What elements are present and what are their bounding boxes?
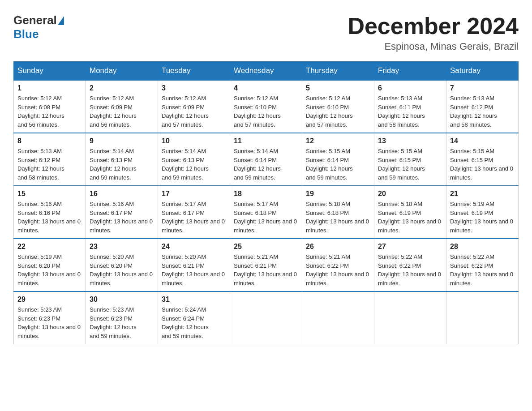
day-number: 23	[90, 243, 154, 251]
calendar-cell: 26Sunrise: 5:21 AMSunset: 6:22 PMDayligh…	[302, 239, 374, 291]
weekday-header-row: SundayMondayTuesdayWednesdayThursdayFrid…	[14, 62, 519, 81]
calendar-cell: 7Sunrise: 5:13 AMSunset: 6:12 PMDaylight…	[446, 80, 519, 133]
calendar-cell: 24Sunrise: 5:20 AMSunset: 6:21 PMDayligh…	[158, 239, 230, 291]
month-year-title: December 2024	[348, 13, 519, 39]
day-info: Sunrise: 5:22 AMSunset: 6:22 PMDaylight:…	[378, 253, 442, 287]
day-number: 30	[90, 295, 154, 304]
day-info: Sunrise: 5:19 AMSunset: 6:20 PMDaylight:…	[17, 253, 82, 287]
day-number: 7	[450, 84, 515, 92]
day-info: Sunrise: 5:14 AMSunset: 6:13 PMDaylight:…	[90, 147, 154, 182]
day-number: 21	[450, 190, 515, 198]
calendar-cell: 8Sunrise: 5:13 AMSunset: 6:12 PMDaylight…	[14, 133, 86, 186]
day-number: 20	[378, 190, 442, 198]
calendar-cell: 16Sunrise: 5:16 AMSunset: 6:17 PMDayligh…	[86, 186, 158, 239]
calendar-week-row: 8Sunrise: 5:13 AMSunset: 6:12 PMDaylight…	[14, 133, 519, 186]
calendar-cell: 19Sunrise: 5:18 AMSunset: 6:18 PMDayligh…	[302, 186, 374, 239]
weekday-header-saturday: Saturday	[446, 62, 519, 81]
day-number: 6	[378, 84, 442, 92]
day-info: Sunrise: 5:21 AMSunset: 6:21 PMDaylight:…	[234, 253, 298, 287]
calendar-cell: 14Sunrise: 5:15 AMSunset: 6:15 PMDayligh…	[446, 133, 519, 186]
location-subtitle: Espinosa, Minas Gerais, Brazil	[348, 41, 519, 52]
day-info: Sunrise: 5:12 AMSunset: 6:10 PMDaylight:…	[306, 94, 370, 129]
calendar-cell: 31Sunrise: 5:24 AMSunset: 6:24 PMDayligh…	[158, 291, 230, 344]
calendar-cell: 1Sunrise: 5:12 AMSunset: 6:08 PMDaylight…	[14, 80, 86, 133]
day-info: Sunrise: 5:23 AMSunset: 6:23 PMDaylight:…	[90, 305, 154, 340]
day-number: 8	[17, 137, 82, 145]
day-info: Sunrise: 5:23 AMSunset: 6:23 PMDaylight:…	[17, 305, 82, 340]
day-number: 29	[17, 295, 82, 304]
day-info: Sunrise: 5:13 AMSunset: 6:12 PMDaylight:…	[450, 94, 515, 129]
calendar-cell: 5Sunrise: 5:12 AMSunset: 6:10 PMDaylight…	[302, 80, 374, 133]
logo-general-text: General	[13, 13, 57, 27]
day-info: Sunrise: 5:12 AMSunset: 6:09 PMDaylight:…	[162, 94, 226, 129]
day-info: Sunrise: 5:14 AMSunset: 6:14 PMDaylight:…	[234, 147, 298, 182]
calendar-cell: 13Sunrise: 5:15 AMSunset: 6:15 PMDayligh…	[374, 133, 446, 186]
day-number: 5	[306, 84, 370, 92]
logo-blue-text: Blue	[13, 27, 39, 41]
day-number: 27	[378, 243, 442, 251]
day-number: 1	[17, 84, 82, 92]
calendar-cell: 22Sunrise: 5:19 AMSunset: 6:20 PMDayligh…	[14, 239, 86, 291]
calendar-cell: 28Sunrise: 5:22 AMSunset: 6:22 PMDayligh…	[446, 239, 519, 291]
day-info: Sunrise: 5:20 AMSunset: 6:21 PMDaylight:…	[162, 253, 226, 287]
calendar-week-row: 15Sunrise: 5:16 AMSunset: 6:16 PMDayligh…	[14, 186, 519, 239]
calendar-cell: 9Sunrise: 5:14 AMSunset: 6:13 PMDaylight…	[86, 133, 158, 186]
weekday-header-friday: Friday	[374, 62, 446, 81]
day-info: Sunrise: 5:12 AMSunset: 6:09 PMDaylight:…	[90, 94, 154, 129]
calendar-cell: 11Sunrise: 5:14 AMSunset: 6:14 PMDayligh…	[230, 133, 302, 186]
day-number: 9	[90, 137, 154, 145]
calendar-cell: 17Sunrise: 5:17 AMSunset: 6:17 PMDayligh…	[158, 186, 230, 239]
day-info: Sunrise: 5:15 AMSunset: 6:15 PMDaylight:…	[378, 147, 442, 182]
day-info: Sunrise: 5:13 AMSunset: 6:12 PMDaylight:…	[17, 147, 82, 182]
calendar-week-row: 29Sunrise: 5:23 AMSunset: 6:23 PMDayligh…	[14, 291, 519, 344]
calendar-cell: 21Sunrise: 5:19 AMSunset: 6:19 PMDayligh…	[446, 186, 519, 239]
logo-triangle-icon	[58, 16, 64, 25]
day-info: Sunrise: 5:17 AMSunset: 6:18 PMDaylight:…	[234, 200, 298, 235]
day-info: Sunrise: 5:18 AMSunset: 6:18 PMDaylight:…	[306, 200, 370, 235]
day-info: Sunrise: 5:20 AMSunset: 6:20 PMDaylight:…	[90, 253, 154, 287]
calendar-table: SundayMondayTuesdayWednesdayThursdayFrid…	[13, 61, 519, 344]
day-info: Sunrise: 5:22 AMSunset: 6:22 PMDaylight:…	[450, 253, 515, 287]
page-header: General Blue December 2024 Espinosa, Min…	[13, 13, 519, 52]
weekday-header-tuesday: Tuesday	[158, 62, 230, 81]
day-info: Sunrise: 5:21 AMSunset: 6:22 PMDaylight:…	[306, 253, 370, 287]
calendar-cell: 6Sunrise: 5:13 AMSunset: 6:11 PMDaylight…	[374, 80, 446, 133]
day-info: Sunrise: 5:16 AMSunset: 6:16 PMDaylight:…	[17, 200, 82, 235]
day-number: 14	[450, 137, 515, 145]
calendar-week-row: 22Sunrise: 5:19 AMSunset: 6:20 PMDayligh…	[14, 239, 519, 291]
day-number: 28	[450, 243, 515, 251]
calendar-cell	[230, 291, 302, 344]
day-info: Sunrise: 5:19 AMSunset: 6:19 PMDaylight:…	[450, 200, 515, 235]
day-number: 15	[17, 190, 82, 198]
calendar-cell: 29Sunrise: 5:23 AMSunset: 6:23 PMDayligh…	[14, 291, 86, 344]
weekday-header-thursday: Thursday	[302, 62, 374, 81]
day-number: 4	[234, 84, 298, 92]
day-info: Sunrise: 5:15 AMSunset: 6:15 PMDaylight:…	[450, 147, 515, 182]
day-info: Sunrise: 5:16 AMSunset: 6:17 PMDaylight:…	[90, 200, 154, 235]
calendar-cell: 10Sunrise: 5:14 AMSunset: 6:13 PMDayligh…	[158, 133, 230, 186]
day-info: Sunrise: 5:17 AMSunset: 6:17 PMDaylight:…	[162, 200, 226, 235]
day-info: Sunrise: 5:13 AMSunset: 6:11 PMDaylight:…	[378, 94, 442, 129]
day-number: 16	[90, 190, 154, 198]
title-area: December 2024 Espinosa, Minas Gerais, Br…	[348, 13, 519, 52]
day-number: 12	[306, 137, 370, 145]
day-number: 31	[162, 295, 226, 304]
day-info: Sunrise: 5:12 AMSunset: 6:10 PMDaylight:…	[234, 94, 298, 129]
calendar-cell: 27Sunrise: 5:22 AMSunset: 6:22 PMDayligh…	[374, 239, 446, 291]
day-number: 13	[378, 137, 442, 145]
logo: General Blue	[13, 13, 65, 41]
day-number: 18	[234, 190, 298, 198]
day-info: Sunrise: 5:15 AMSunset: 6:14 PMDaylight:…	[306, 147, 370, 182]
day-info: Sunrise: 5:14 AMSunset: 6:13 PMDaylight:…	[162, 147, 226, 182]
day-info: Sunrise: 5:18 AMSunset: 6:19 PMDaylight:…	[378, 200, 442, 235]
calendar-cell: 23Sunrise: 5:20 AMSunset: 6:20 PMDayligh…	[86, 239, 158, 291]
calendar-cell: 25Sunrise: 5:21 AMSunset: 6:21 PMDayligh…	[230, 239, 302, 291]
calendar-week-row: 1Sunrise: 5:12 AMSunset: 6:08 PMDaylight…	[14, 80, 519, 133]
day-info: Sunrise: 5:12 AMSunset: 6:08 PMDaylight:…	[17, 94, 82, 129]
weekday-header-wednesday: Wednesday	[230, 62, 302, 81]
day-number: 24	[162, 243, 226, 251]
day-number: 17	[162, 190, 226, 198]
calendar-cell: 15Sunrise: 5:16 AMSunset: 6:16 PMDayligh…	[14, 186, 86, 239]
day-number: 10	[162, 137, 226, 145]
calendar-cell	[302, 291, 374, 344]
